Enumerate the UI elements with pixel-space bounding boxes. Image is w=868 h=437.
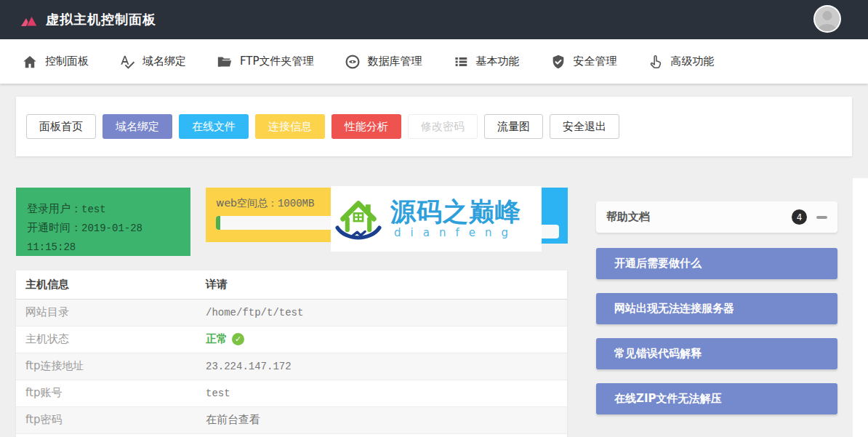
panel-home-button[interactable]: 面板首页 <box>26 114 96 139</box>
folder-icon <box>217 54 233 70</box>
mountain-logo-icon <box>20 13 38 27</box>
nav-item-control-panel[interactable]: 控制面板 <box>22 54 89 70</box>
traffic-chart-button[interactable]: 流量图 <box>484 114 543 139</box>
safe-logout-button[interactable]: 安全退出 <box>550 114 619 139</box>
login-info-card: 登录用户：test 开通时间：2019-01-28 11:15:28 <box>16 188 190 256</box>
row-value: test <box>196 380 567 406</box>
scrollbar-track[interactable] <box>853 178 868 437</box>
nav-item-ftp-folders[interactable]: FTP文件夹管理 <box>217 54 314 70</box>
col-header-detail: 详请 <box>196 270 567 299</box>
change-password-button[interactable]: 修改密码 <box>408 114 478 139</box>
nav-label: 控制面板 <box>45 55 89 68</box>
login-user-line: 登录用户：test <box>27 200 180 219</box>
nav-label: 域名绑定 <box>142 55 186 68</box>
online-files-button[interactable]: 在线文件 <box>179 114 249 139</box>
check-circle-icon: ✓ <box>232 333 244 345</box>
table-row: 网站目录 /home/ftp/t/test <box>16 299 567 326</box>
row-value: 23.224.147.172 <box>196 353 567 380</box>
nav-item-advanced[interactable]: 高级功能 <box>648 54 715 70</box>
row-label: 网站目录 <box>16 299 196 326</box>
list-icon <box>453 54 469 70</box>
main-nav: 控制面板 域名绑定 FTP文件夹管理 数据库管理 基本功能 <box>0 39 868 84</box>
help-docs-header: 帮助文档 4 <box>596 201 837 233</box>
help-item-error-codes[interactable]: 常见错误代码解释 <box>596 338 837 369</box>
login-user-value: test <box>81 204 106 215</box>
web-space-value: 1000MB <box>278 198 314 209</box>
top-bar: 虚拟主机控制面板 <box>0 0 868 39</box>
app-title: 虚拟主机控制面板 <box>46 11 156 28</box>
row-label: ftp连接地址 <box>16 353 196 380</box>
domain-bind-button[interactable]: 域名绑定 <box>103 114 172 139</box>
table-row: 主机状态 正常 ✓ <box>16 326 567 353</box>
quick-actions-card: 面板首页 域名绑定 在线文件 连接信息 性能分析 修改密码 流量图 安全退出 <box>16 97 852 156</box>
help-count-badge: 4 <box>792 209 807 225</box>
web-space-progress-fill <box>216 216 220 230</box>
nav-item-domain-bind[interactable]: 域名绑定 <box>119 54 186 70</box>
row-label: 主机状态 <box>16 326 196 353</box>
avatar-head-shape <box>823 11 832 20</box>
watermark-title: 源码之巅峰 <box>390 197 521 226</box>
table-header-row: 主机信息 详请 <box>16 270 567 299</box>
open-time-line: 开通时间：2019-01-28 11:15:28 <box>27 219 180 257</box>
watermark-subtitle: dianfeng <box>390 226 518 239</box>
user-avatar[interactable] <box>813 5 841 33</box>
performance-button[interactable]: 性能分析 <box>331 114 401 139</box>
help-item-after-activation[interactable]: 开通后需要做什么 <box>596 248 837 279</box>
host-info-card: 主机信息 详请 网站目录 /home/ftp/t/test 主机状态 正常 ✓ <box>16 270 567 437</box>
table-row: ftp密码 在前台查看 <box>16 406 567 433</box>
spellcheck-icon <box>119 54 135 70</box>
collapse-minus-icon[interactable] <box>816 216 827 219</box>
shield-check-icon <box>550 54 566 70</box>
nav-label: 基本功能 <box>476 55 520 68</box>
row-value: /home/ftp/t/test <box>196 299 567 326</box>
login-user-label: 登录用户： <box>27 202 81 215</box>
col-header-host-info: 主机信息 <box>16 270 196 299</box>
row-label: ftp账号 <box>16 380 196 406</box>
status-text: 正常 <box>206 332 228 346</box>
row-value: 在前台查看 <box>196 406 567 433</box>
nav-item-security[interactable]: 安全管理 <box>550 54 617 70</box>
status-badge: 正常 ✓ <box>206 332 244 346</box>
avatar-shoulders-shape <box>818 24 837 33</box>
connection-info-button[interactable]: 连接信息 <box>255 114 325 139</box>
host-info-table: 主机信息 详请 网站目录 /home/ftp/t/test 主机状态 正常 ✓ <box>16 270 567 434</box>
nav-item-database[interactable]: 数据库管理 <box>345 54 422 70</box>
row-label: ftp密码 <box>16 406 196 433</box>
open-time-label: 开通时间： <box>27 221 81 234</box>
help-item-cannot-connect[interactable]: 网站出现无法连接服务器 <box>596 293 837 324</box>
nav-label: 安全管理 <box>574 55 617 68</box>
nav-label: FTP文件夹管理 <box>240 55 314 68</box>
nav-label: 高级功能 <box>671 55 715 68</box>
home-icon <box>22 54 38 70</box>
help-item-zip-unzip-problem[interactable]: 在线ZIP文件无法解压 <box>596 383 837 414</box>
table-row: ftp连接地址 23.224.147.172 <box>16 353 567 380</box>
watermark-logo: 源码之巅峰 dianfeng <box>331 186 542 252</box>
table-row: ftp账号 test <box>16 380 567 406</box>
web-space-label: web空间总： <box>216 197 278 209</box>
nav-item-basic-functions[interactable]: 基本功能 <box>453 54 520 70</box>
help-docs-title: 帮助文档 <box>606 210 650 224</box>
eye-icon <box>345 54 361 70</box>
nav-label: 数据库管理 <box>368 55 422 68</box>
hand-icon <box>648 54 664 70</box>
house-handshake-icon <box>331 191 386 246</box>
virtual-host-panel: 虚拟主机控制面板 控制面板 域名绑定 FTP文件夹管理 <box>0 0 868 437</box>
watermark-text: 源码之巅峰 dianfeng <box>390 199 542 239</box>
